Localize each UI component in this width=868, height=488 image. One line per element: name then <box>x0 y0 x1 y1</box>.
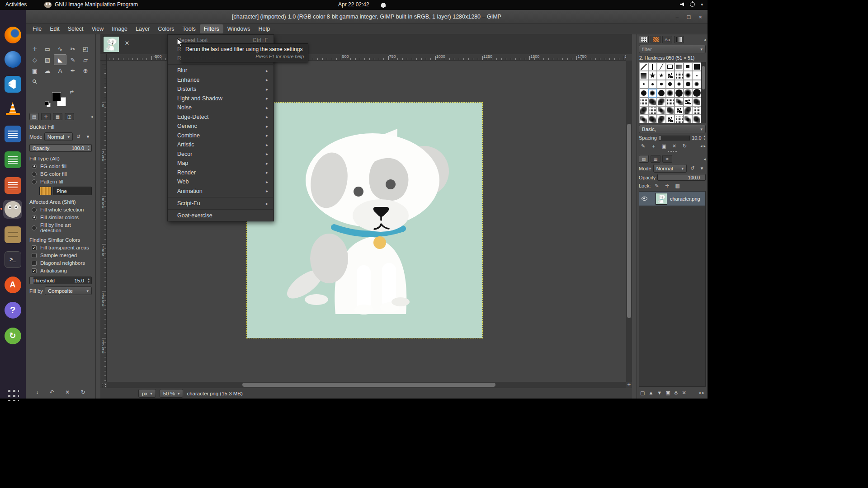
pattern-name-field[interactable]: Pine <box>53 187 92 195</box>
default-colors-icon[interactable] <box>45 101 50 107</box>
menu-item-script-fu[interactable]: Script-Fu ▸ <box>168 199 274 208</box>
menubar-item-windows[interactable]: Windows <box>223 24 255 33</box>
spinner-arrows-icon[interactable]: ▲▼ <box>703 135 706 141</box>
lock-alpha-icon[interactable]: ▦ <box>673 182 682 189</box>
brush-cell[interactable] <box>639 98 648 106</box>
menu-item-noise[interactable]: Noise▸ <box>168 103 274 113</box>
launcher-item-trash[interactable] <box>3 326 22 345</box>
brush-scrollbar[interactable] <box>701 62 705 123</box>
tool-rectangle-select[interactable]: ▭ <box>41 43 54 54</box>
prev-dialog-icon[interactable]: ◂ <box>698 390 701 395</box>
edit-brush-button[interactable]: ✎ <box>639 142 647 150</box>
menubar-item-filters[interactable]: Filters <box>200 24 223 33</box>
quick-mask-toggle[interactable] <box>100 382 107 388</box>
mode-reset-icon[interactable]: ↺ <box>75 133 82 141</box>
dock-menu-icon[interactable]: ◂ <box>703 38 706 42</box>
tool-gradient[interactable]: ▧ <box>41 54 54 65</box>
refresh-brushes-button[interactable]: ↻ <box>680 142 689 150</box>
prev-dialog-icon[interactable]: ◂ <box>700 144 703 148</box>
menu-item-artistic[interactable]: Artistic▸ <box>168 140 274 150</box>
brush-cell[interactable] <box>684 80 693 89</box>
tool-crop[interactable]: ◰ <box>79 43 92 54</box>
new-brush-button[interactable]: ＋ <box>649 142 658 150</box>
menu-item-decor[interactable]: Decor▸ <box>168 150 274 159</box>
brush-cell[interactable] <box>657 62 666 71</box>
tab-images[interactable]: ◫ <box>65 113 74 120</box>
brush-cell[interactable] <box>657 115 666 123</box>
dock-menu-icon[interactable]: ◂ <box>90 114 93 119</box>
brush-cell[interactable] <box>675 115 684 123</box>
vertical-scrollbar[interactable] <box>626 61 632 382</box>
menu-item-goat-exercise[interactable]: Goat-exercise <box>168 211 274 220</box>
layer-visibility-eye-icon[interactable] <box>642 197 647 201</box>
tool-bucket-fill[interactable]: ◣ <box>54 54 66 65</box>
brush-cell[interactable] <box>657 106 666 115</box>
launcher-item-vlc[interactable] <box>3 99 22 118</box>
activities-button[interactable]: Activities <box>5 1 27 8</box>
launcher-item-calc[interactable] <box>3 150 22 169</box>
brush-cell[interactable] <box>692 89 701 97</box>
brush-cell[interactable] <box>648 80 657 89</box>
new-layer-button[interactable]: ▢ <box>640 390 645 396</box>
tool-paintbrush[interactable]: ✎ <box>66 54 79 65</box>
duplicate-layer-button[interactable]: ▣ <box>665 390 670 396</box>
launcher-item-gimp[interactable] <box>3 200 22 219</box>
brush-cell[interactable] <box>675 89 684 97</box>
launcher-item-software[interactable] <box>3 275 22 294</box>
maximize-button[interactable]: □ <box>687 14 691 20</box>
layer-opacity-slider[interactable]: 100.0 <box>657 174 706 181</box>
tab-channels[interactable]: ▥ <box>651 155 660 163</box>
navigation-button[interactable]: ✛ <box>626 382 632 388</box>
tab-gradients[interactable] <box>674 36 684 43</box>
system-tray[interactable]: ▾ <box>680 2 703 7</box>
brush-group-combo[interactable]: Basic, ▾ <box>639 125 706 133</box>
restore-tool-preset-button[interactable]: ↶ <box>50 389 54 395</box>
brush-cell[interactable] <box>684 89 693 97</box>
tool-eraser[interactable]: ▱ <box>79 54 92 65</box>
brush-cell[interactable] <box>639 115 648 123</box>
brush-cell[interactable] <box>684 115 693 123</box>
reset-tool-options-button[interactable]: ↻ <box>81 389 85 395</box>
lower-layer-button[interactable]: ▼ <box>657 390 662 395</box>
menubar-item-colors[interactable]: Colors <box>154 24 178 33</box>
menu-item-render[interactable]: Render▸ <box>168 168 274 178</box>
color-selector[interactable]: ⇄ <box>52 91 71 108</box>
scrollbar-thumb[interactable] <box>702 66 705 89</box>
threshold-slider[interactable]: Threshold 15.0 ▲▼ <box>29 277 92 284</box>
radio-fill-similar-colors[interactable]: Fill similar colors <box>32 215 92 220</box>
layer-row-selected[interactable]: character.png <box>639 192 705 206</box>
brush-cell[interactable] <box>684 62 693 71</box>
tab-patterns[interactable] <box>651 36 660 43</box>
dock-menu-icon[interactable]: ◂ <box>703 157 706 161</box>
menubar-item-select[interactable]: Select <box>64 24 88 33</box>
tool-move[interactable]: ✛ <box>28 43 41 54</box>
brush-cell[interactable] <box>657 89 666 97</box>
brush-cell[interactable] <box>666 115 675 123</box>
opacity-slider[interactable]: Opacity 100.0 ▲▼ <box>29 144 92 152</box>
menubar-item-view[interactable]: View <box>87 24 108 33</box>
menu-item-generic[interactable]: Generic▸ <box>168 122 274 131</box>
launcher-item-files[interactable] <box>3 225 22 244</box>
next-dialog-icon[interactable]: ▸ <box>702 390 704 395</box>
tool-paths[interactable]: ✒ <box>66 65 79 76</box>
brush-cell[interactable] <box>639 71 648 80</box>
tool-clone[interactable]: ▣ <box>28 65 41 76</box>
menubar-item-file[interactable]: File <box>28 24 46 33</box>
check-fill-transparent-areas[interactable]: Fill transparent areas <box>32 245 92 250</box>
close-image-icon[interactable]: ✕ <box>123 39 131 47</box>
check-diagonal-neighbors[interactable]: Diagonal neighbors <box>32 260 92 266</box>
clock-widget[interactable]: Apr 22 02:42 <box>338 1 386 8</box>
mode-switch-icon[interactable]: ▾ <box>84 133 92 141</box>
brush-cell[interactable] <box>692 115 701 123</box>
tool-text[interactable]: A <box>54 65 66 76</box>
brush-cell[interactable] <box>666 89 675 97</box>
tab-paths[interactable]: ✒ <box>662 155 672 163</box>
menu-item-enhance[interactable]: Enhance▸ <box>168 75 274 85</box>
brush-cell[interactable] <box>639 106 648 115</box>
delete-brush-button[interactable]: ✕ <box>670 142 679 150</box>
layer-thumbnail[interactable] <box>656 193 667 205</box>
brush-cell[interactable] <box>648 115 657 123</box>
zoom-combo[interactable]: 50 % ▾ <box>160 389 184 398</box>
tab-layers[interactable]: ▤ <box>639 155 649 163</box>
spinner-arrows-icon[interactable]: ▲▼ <box>88 145 90 151</box>
